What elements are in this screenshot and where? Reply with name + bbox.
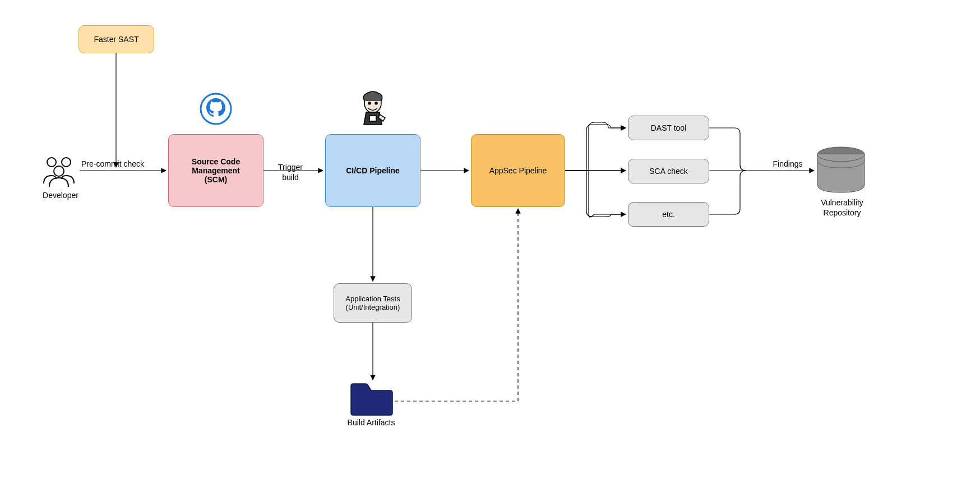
node-cicd: CI/CD Pipeline: [325, 134, 420, 207]
edges-layer: [0, 0, 980, 487]
svg-point-1: [62, 158, 71, 167]
edge-appsec-dast: [565, 122, 626, 171]
etc-label: etc.: [662, 210, 675, 219]
edge-fan-top: [586, 125, 626, 171]
dast-label: DAST tool: [651, 123, 687, 132]
build-artifacts-label: Build Artifacts: [338, 418, 405, 427]
node-appsec: AppSec Pipeline: [471, 134, 565, 207]
node-app-tests: Application Tests (Unit/Integration): [334, 283, 412, 323]
svg-point-2: [54, 166, 64, 176]
database-icon: [816, 146, 866, 196]
node-faster-sast: Faster SAST: [78, 25, 154, 53]
node-scm: Source Code Management (SCM): [168, 134, 264, 207]
svg-point-6: [375, 102, 377, 104]
folder-icon: [349, 382, 395, 418]
sca-label: SCA check: [649, 167, 687, 176]
edge-fan-bot: [586, 171, 626, 217]
node-sca: SCA check: [628, 159, 709, 183]
edge-trigger-label: Trigger build: [271, 163, 310, 182]
jenkins-icon: [356, 90, 390, 128]
edge-precommit-label: Pre-commit check: [81, 159, 160, 168]
faster-sast-label: Faster SAST: [94, 35, 138, 44]
app-tests-label: Application Tests (Unit/Integration): [345, 295, 400, 311]
node-etc: etc.: [628, 202, 709, 227]
scm-label: Source Code Management (SCM): [192, 157, 240, 184]
developer-label: Developer: [38, 191, 83, 200]
cicd-label: CI/CD Pipeline: [346, 166, 400, 175]
node-dast: DAST tool: [628, 116, 709, 140]
appsec-label: AppSec Pipeline: [489, 166, 547, 175]
svg-rect-7: [369, 116, 376, 121]
svg-point-0: [47, 158, 56, 167]
edge-etc-db: [709, 171, 746, 214]
developer-icon: [39, 154, 78, 190]
svg-point-5: [368, 102, 371, 104]
vuln-repo-label: Vulnerability Repository: [811, 197, 873, 218]
edge-findings-label: Findings: [768, 159, 807, 168]
edge-artifacts-appsec: [395, 209, 518, 401]
github-icon: [200, 93, 232, 127]
